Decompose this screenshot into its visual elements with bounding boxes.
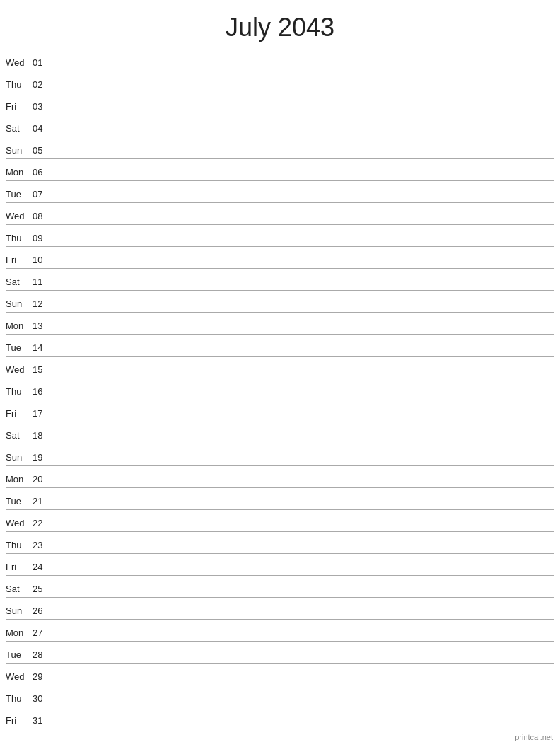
day-number: 24: [33, 562, 52, 574]
day-name: Sat: [6, 584, 33, 596]
day-number: 14: [33, 342, 52, 354]
day-number: 21: [33, 496, 52, 508]
day-name: Fri: [6, 715, 33, 727]
day-row: Mon06: [6, 159, 554, 181]
day-name: Sun: [6, 299, 33, 311]
day-number: 27: [33, 627, 52, 639]
day-line: [52, 726, 554, 727]
day-line: [52, 705, 554, 705]
day-name: Mon: [6, 474, 33, 486]
day-name: Sat: [6, 430, 33, 442]
day-row: Fri10: [6, 247, 554, 269]
day-row: Thu02: [6, 71, 554, 93]
day-line: [52, 529, 554, 530]
day-line: [52, 595, 554, 596]
day-name: Mon: [6, 320, 33, 332]
day-number: 25: [33, 584, 52, 596]
day-name: Wed: [6, 211, 33, 223]
day-name: Thu: [6, 233, 33, 245]
day-name: Tue: [6, 189, 33, 201]
day-number: 06: [33, 167, 52, 179]
day-row: Sun05: [6, 137, 554, 159]
day-line: [52, 354, 554, 354]
day-number: 08: [33, 211, 52, 223]
day-line: [52, 178, 554, 179]
day-row: Sun26: [6, 598, 554, 620]
day-row: Thu09: [6, 225, 554, 247]
day-number: 10: [33, 255, 52, 267]
day-name: Fri: [6, 408, 33, 420]
day-number: 05: [33, 145, 52, 157]
day-row: Wed15: [6, 357, 554, 378]
day-number: 03: [33, 101, 52, 113]
day-row: Fri03: [6, 93, 554, 115]
calendar-list: Wed01Thu02Fri03Sat04Sun05Mon06Tue07Wed08…: [0, 50, 560, 729]
day-name: Sat: [6, 123, 33, 135]
day-line: [52, 91, 554, 91]
day-line: [52, 485, 554, 486]
day-row: Thu30: [6, 685, 554, 707]
day-row: Sat18: [6, 422, 554, 444]
day-name: Thu: [6, 386, 33, 398]
day-row: Mon27: [6, 620, 554, 642]
day-row: Fri17: [6, 400, 554, 422]
page-title: July 2043: [0, 0, 560, 50]
watermark: printcal.net: [515, 733, 553, 741]
day-number: 22: [33, 518, 52, 530]
day-number: 02: [33, 79, 52, 91]
day-line: [52, 573, 554, 574]
day-line: [52, 200, 554, 201]
day-number: 09: [33, 233, 52, 245]
day-number: 12: [33, 299, 52, 311]
day-line: [52, 69, 554, 69]
day-line: [52, 376, 554, 376]
day-number: 01: [33, 57, 52, 69]
day-row: Thu16: [6, 378, 554, 400]
day-row: Sun12: [6, 291, 554, 313]
day-name: Tue: [6, 649, 33, 661]
day-number: 20: [33, 474, 52, 486]
day-line: [52, 639, 554, 639]
day-name: Wed: [6, 671, 33, 683]
day-row: Sat25: [6, 576, 554, 598]
day-name: Sun: [6, 145, 33, 157]
day-line: [52, 332, 554, 332]
day-number: 07: [33, 189, 52, 201]
day-row: Wed08: [6, 203, 554, 225]
day-line: [52, 683, 554, 683]
day-row: Tue07: [6, 181, 554, 203]
day-number: 16: [33, 386, 52, 398]
day-line: [52, 288, 554, 289]
day-line: [52, 244, 554, 245]
day-row: Tue28: [6, 642, 554, 664]
day-name: Thu: [6, 540, 33, 552]
day-line: [52, 617, 554, 618]
day-number: 23: [33, 540, 52, 552]
day-line: [52, 398, 554, 398]
day-row: Sat11: [6, 269, 554, 291]
day-line: [52, 134, 554, 135]
day-name: Mon: [6, 627, 33, 639]
day-number: 15: [33, 364, 52, 376]
day-name: Wed: [6, 364, 33, 376]
day-name: Mon: [6, 167, 33, 179]
day-number: 19: [33, 452, 52, 464]
day-number: 17: [33, 408, 52, 420]
day-number: 29: [33, 671, 52, 683]
day-name: Tue: [6, 342, 33, 354]
day-number: 30: [33, 693, 52, 705]
day-line: [52, 310, 554, 311]
day-name: Sun: [6, 452, 33, 464]
day-name: Sun: [6, 606, 33, 618]
day-name: Wed: [6, 57, 33, 69]
day-name: Sat: [6, 277, 33, 289]
day-row: Tue14: [6, 335, 554, 357]
day-name: Wed: [6, 518, 33, 530]
day-number: 13: [33, 320, 52, 332]
day-line: [52, 661, 554, 661]
day-row: Fri24: [6, 554, 554, 576]
day-name: Thu: [6, 79, 33, 91]
day-number: 11: [33, 277, 52, 289]
day-number: 18: [33, 430, 52, 442]
day-line: [52, 222, 554, 223]
